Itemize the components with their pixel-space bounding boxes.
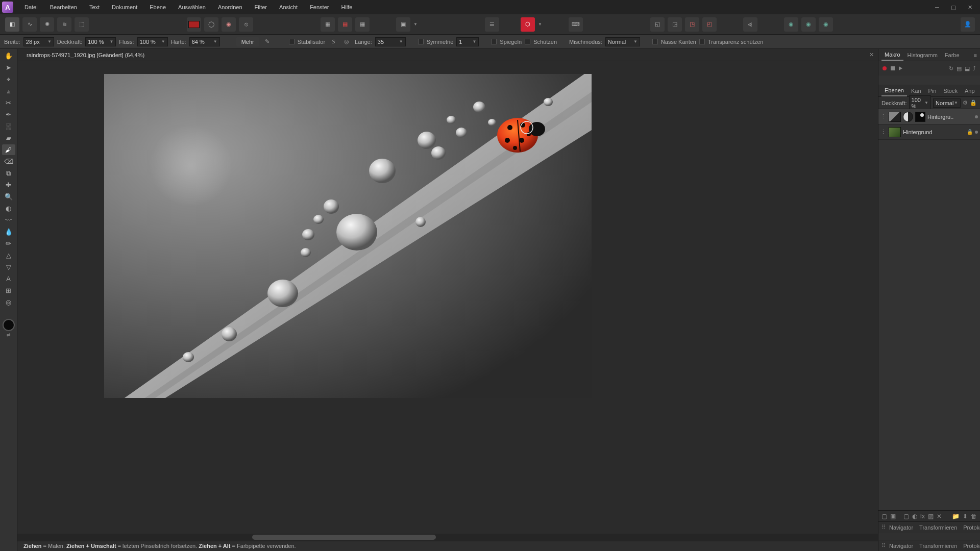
tab-ebenen[interactable]: Ebenen	[881, 85, 907, 96]
layer-row[interactable]: ⋮⋮ Hintergru..	[878, 109, 980, 124]
tab-navigator[interactable]: Navigator	[887, 523, 916, 532]
menu-hilfe[interactable]: Hilfe	[335, 1, 358, 13]
symmetry-checkbox[interactable]	[418, 39, 424, 44]
group2-icon[interactable]: ◉	[801, 17, 816, 32]
add-layer-icon[interactable]: ▢	[903, 513, 909, 520]
rope-icon[interactable]: 𝘚	[328, 37, 338, 47]
horizontal-scrollbar[interactable]	[17, 534, 878, 541]
dropdown-icon[interactable]: ▼	[538, 22, 542, 27]
color-wheel-icon[interactable]: ◉	[222, 17, 236, 32]
arrange-front-icon[interactable]: ◰	[702, 17, 717, 32]
tab-kan[interactable]: Kan	[908, 86, 924, 96]
tab-farbe[interactable]: Farbe	[942, 50, 963, 60]
blendmode-input[interactable]: Normal▼	[605, 37, 640, 46]
layer-blend-input[interactable]: Normal▼	[933, 98, 961, 108]
shape-tool-icon[interactable]: ▽	[2, 262, 15, 272]
mirror-checkbox[interactable]	[491, 39, 497, 44]
swap-colors-icon[interactable]: ⇄	[7, 332, 11, 337]
hardness-input[interactable]: 64 %▼	[189, 37, 220, 46]
arrange-backward-icon[interactable]: ◲	[668, 17, 682, 32]
layer-opacity-input[interactable]: 100 %▼	[909, 95, 931, 111]
target-tool-icon[interactable]: ◎	[2, 297, 15, 308]
snap-icon[interactable]: ⬡	[521, 17, 535, 32]
assistant-icon[interactable]: ⌨	[569, 17, 583, 32]
stabilizer-checkbox[interactable]	[289, 39, 295, 44]
hand-tool-icon[interactable]: ✋	[2, 51, 15, 61]
menu-datei[interactable]: Datei	[18, 1, 44, 13]
tab-close-icon[interactable]: ✕	[869, 52, 874, 58]
document-tab[interactable]: raindrops-574971_1920.jpg [Geändert] (64…	[21, 50, 150, 60]
crop-tool-icon[interactable]: ⟁	[2, 86, 15, 96]
smudge-tool-icon[interactable]: 〰	[2, 215, 15, 226]
list-icon[interactable]: ▤	[957, 65, 962, 72]
thumbnail-size-icon[interactable]: ▣	[890, 513, 896, 520]
sharpen-tool-icon[interactable]: △	[2, 250, 15, 261]
layer-name[interactable]: Hintergrund	[903, 129, 965, 135]
refresh-icon[interactable]: ↻	[949, 65, 953, 72]
retouch-tool-icon[interactable]: ✏	[2, 238, 15, 249]
flow-input[interactable]: 100 %▼	[137, 37, 168, 46]
menu-filter[interactable]: Filter	[249, 1, 273, 13]
tab-transformieren[interactable]: Transformieren	[917, 523, 960, 532]
menu-bearbeiten[interactable]: Bearbeiten	[44, 1, 83, 13]
quicklook-icon[interactable]: ▣	[396, 17, 410, 32]
menu-ebene[interactable]: Ebene	[143, 1, 172, 13]
tab-protokoll[interactable]: Protokoll	[961, 541, 980, 550]
width-input[interactable]: 28 px▼	[23, 37, 54, 46]
gear-icon[interactable]: ⚙	[963, 99, 968, 106]
grid-red-icon[interactable]: ▦	[338, 17, 352, 32]
canvas-viewport[interactable]	[17, 61, 878, 534]
selection-brush-tool-icon[interactable]: ✂	[2, 97, 15, 108]
grid-off-icon[interactable]: ▦	[321, 17, 335, 32]
play-icon[interactable]	[899, 66, 902, 70]
add-adjustment-icon[interactable]: ◐	[912, 513, 917, 520]
color-picker-tool-icon[interactable]: ⌖	[2, 74, 15, 85]
move-tool-icon[interactable]: ➤	[2, 62, 15, 73]
more-button[interactable]: Mehr	[236, 37, 259, 46]
window-icon[interactable]: ◎	[341, 37, 352, 47]
persona-liquify-icon[interactable]: ∿	[22, 17, 37, 32]
tab-transformieren[interactable]: Transformieren	[917, 541, 960, 550]
healing-tool-icon[interactable]: ✚	[2, 180, 15, 190]
arrange-back-icon[interactable]: ◱	[650, 17, 665, 32]
stop-icon[interactable]	[891, 66, 895, 70]
clone-tool-icon[interactable]: ⧉	[2, 168, 15, 179]
menu-dokument[interactable]: Dokument	[106, 1, 143, 13]
persona-export-icon[interactable]: ⬚	[75, 17, 89, 32]
tab-anp[interactable]: Anp	[962, 86, 978, 96]
dodge-tool-icon[interactable]: ◐	[2, 203, 15, 214]
mask-thumbnail[interactable]	[915, 112, 925, 122]
add-fx-icon[interactable]: fx	[920, 513, 925, 520]
layer-row[interactable]: ⋮⋮ Hintergrund 🔒	[878, 124, 980, 140]
visibility-icon[interactable]: ⋮⋮	[880, 129, 887, 135]
lock-icon[interactable]: 🔒	[970, 99, 977, 106]
menu-text[interactable]: Text	[83, 1, 106, 13]
eraser-tool-icon[interactable]: ⌫	[2, 156, 15, 167]
save-icon[interactable]: ⬓	[965, 65, 970, 72]
add-mask-icon[interactable]: ▨	[928, 513, 934, 520]
symmetry-input[interactable]: 1▼	[456, 37, 479, 46]
no-color-icon[interactable]: ⦸	[239, 17, 253, 32]
trash-icon[interactable]: 🗑	[971, 513, 977, 520]
marquee-tool-icon[interactable]: ░	[2, 121, 15, 132]
record-icon[interactable]	[883, 66, 887, 70]
paint-brush-tool-icon[interactable]: 🖌	[2, 144, 15, 155]
merge-icon[interactable]: ⬍	[963, 513, 968, 520]
close-button[interactable]: ✕	[966, 3, 974, 11]
maximize-button[interactable]: ▢	[949, 3, 958, 11]
color-foreground[interactable]	[3, 319, 15, 331]
pen-tool-icon[interactable]: ✒	[2, 109, 15, 120]
grid-on-icon[interactable]: ▦	[355, 17, 370, 32]
align-icon[interactable]: ☰	[485, 17, 499, 32]
protect-checkbox[interactable]	[525, 39, 530, 44]
export-icon[interactable]: ⤴	[973, 65, 976, 72]
brush-settings-icon[interactable]: ✎	[262, 37, 273, 47]
visibility-icon[interactable]: ⋮⋮	[880, 113, 887, 120]
tab-navigator[interactable]: Navigator	[887, 541, 916, 550]
panel-menu-icon[interactable]: ≡	[974, 52, 977, 58]
layer-name[interactable]: Hintergru..	[927, 114, 973, 120]
swatch-button[interactable]	[187, 17, 201, 32]
text-tool-icon[interactable]: A	[2, 273, 15, 284]
tab-makro[interactable]: Makro	[881, 49, 903, 61]
opacity-input[interactable]: 100 %▼	[85, 37, 116, 46]
